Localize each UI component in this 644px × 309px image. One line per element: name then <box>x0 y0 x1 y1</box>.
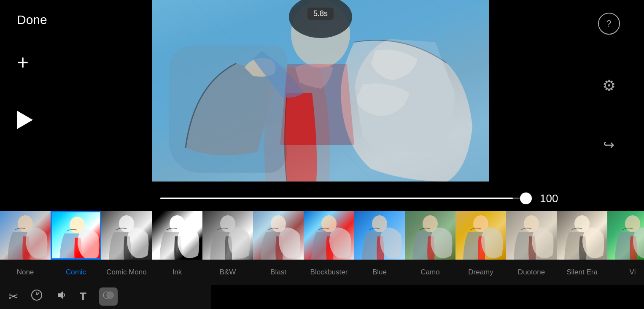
thumb-figure-blue <box>354 211 405 260</box>
question-icon: ? <box>606 18 611 29</box>
filter-thumb-blockbuster <box>304 211 354 260</box>
help-button[interactable]: ? <box>598 13 620 35</box>
svg-line-30 <box>37 293 39 295</box>
filter-thumb-inner-ink <box>152 211 202 260</box>
thumb-figure-comic-mono <box>101 211 152 260</box>
filter-button[interactable] <box>99 287 118 306</box>
filter-label-camo[interactable]: Camo <box>405 264 455 281</box>
filter-thumb-blue <box>354 211 405 260</box>
speed-button[interactable] <box>31 289 43 304</box>
filter-item-comic-mono[interactable] <box>101 211 152 264</box>
filter-thumb-dreamy <box>455 211 506 260</box>
thumb-figure-blockbuster <box>304 211 354 260</box>
filter-label-ink[interactable]: Ink <box>152 264 202 281</box>
filter-thumb-inner-dreamy <box>455 211 506 260</box>
play-button[interactable] <box>17 111 33 129</box>
filter-item-blast[interactable] <box>253 211 304 264</box>
filter-label-blue[interactable]: Blue <box>354 264 405 281</box>
filter-strip: NoneComicComic MonoInkB&WBlastBlockbuste… <box>0 211 644 285</box>
done-button[interactable]: Done <box>17 13 135 27</box>
filter-thumb-blast <box>253 211 304 260</box>
slider-area: 100 <box>152 186 574 211</box>
filter-item-camo[interactable] <box>405 211 455 264</box>
thumb-figure-duotone <box>506 211 557 260</box>
filter-thumb-inner-vi <box>607 211 644 260</box>
filter-thumb-inner-comic-mono <box>101 211 152 260</box>
filter-item-dreamy[interactable] <box>455 211 506 264</box>
add-button[interactable]: + <box>17 52 135 73</box>
filter-thumb-inner-blockbuster <box>304 211 354 260</box>
filter-label-none[interactable]: None <box>0 264 51 281</box>
filter-thumb-comic-mono <box>101 211 152 260</box>
video-background <box>152 0 489 182</box>
filter-thumb-inner-bw <box>202 211 253 260</box>
text-button[interactable]: T <box>80 290 86 303</box>
filter-thumb-silent-era <box>557 211 607 260</box>
filter-thumb-ink <box>152 211 202 260</box>
left-sidebar: Done + <box>0 0 152 211</box>
filter-item-silent-era[interactable] <box>557 211 607 264</box>
thumb-figure-dreamy <box>455 211 506 260</box>
thumb-figure-ink <box>152 211 202 260</box>
filter-label-duotone[interactable]: Duotone <box>506 264 557 281</box>
filter-item-ink[interactable] <box>152 211 202 264</box>
filter-thumb-inner-silent-era <box>557 211 607 260</box>
slider-value: 100 <box>540 192 565 205</box>
filter-thumb-inner-comic <box>52 212 100 258</box>
comic-svg <box>152 0 489 182</box>
filter-label-bw[interactable]: B&W <box>202 264 253 281</box>
filter-thumb-comic <box>51 211 101 260</box>
filter-item-bw[interactable] <box>202 211 253 264</box>
undo-button[interactable]: ↩ <box>603 137 614 153</box>
right-sidebar: ? ⚙ ↩ <box>574 0 644 211</box>
filter-label-blockbuster[interactable]: Blockbuster <box>304 264 354 281</box>
filter-item-vi[interactable] <box>607 211 644 264</box>
slider-thumb[interactable] <box>520 192 532 204</box>
filter-label-list: NoneComicComic MonoInkB&WBlastBlockbuste… <box>0 264 644 281</box>
filter-label-comic-mono[interactable]: Comic Mono <box>101 264 152 281</box>
thumb-figure-vi <box>607 211 644 260</box>
filter-thumb-inner-camo <box>405 211 455 260</box>
filter-item-duotone[interactable] <box>506 211 557 264</box>
filter-item-comic[interactable] <box>51 211 101 264</box>
thumb-figure-comic <box>52 212 101 260</box>
filter-label-dreamy[interactable]: Dreamy <box>455 264 506 281</box>
filter-label-silent-era[interactable]: Silent Era <box>557 264 607 281</box>
filter-thumb-inner-duotone <box>506 211 557 260</box>
thumb-figure-blast <box>253 211 304 260</box>
svg-marker-32 <box>58 291 63 299</box>
slider-fill <box>160 198 513 199</box>
audio-button[interactable] <box>55 289 67 304</box>
time-badge: 5.8s <box>307 8 334 20</box>
filter-label-blast[interactable]: Blast <box>253 264 304 281</box>
filter-thumb-inner-none <box>0 211 51 260</box>
svg-point-34 <box>107 292 113 298</box>
thumb-figure-camo <box>405 211 455 260</box>
filter-thumb-vi <box>607 211 644 260</box>
intensity-slider-track[interactable] <box>160 198 531 199</box>
filter-thumb-duotone <box>506 211 557 260</box>
speed-icon <box>31 289 43 301</box>
video-preview: 5.8s <box>152 0 489 182</box>
bottom-toolbar: ✂ T <box>0 284 211 309</box>
settings-button[interactable]: ⚙ <box>602 77 616 95</box>
filter-label-comic[interactable]: Comic <box>51 264 101 281</box>
filter-item-none[interactable] <box>0 211 51 264</box>
scissors-button[interactable]: ✂ <box>8 290 18 304</box>
filter-thumbnail-list <box>0 211 644 264</box>
filter-thumb-bw <box>202 211 253 260</box>
thumb-figure-bw <box>202 211 253 260</box>
filter-circles-icon <box>102 289 114 301</box>
filter-thumb-camo <box>405 211 455 260</box>
filter-thumb-inner-blue <box>354 211 405 260</box>
audio-icon <box>55 289 67 301</box>
filter-item-blockbuster[interactable] <box>304 211 354 264</box>
filter-thumb-inner-blast <box>253 211 304 260</box>
thumb-figure-silent-era <box>557 211 607 260</box>
filter-item-blue[interactable] <box>354 211 405 264</box>
filter-label-vi[interactable]: Vi <box>607 264 644 281</box>
filter-thumb-none <box>0 211 51 260</box>
thumb-figure-none <box>0 211 51 260</box>
